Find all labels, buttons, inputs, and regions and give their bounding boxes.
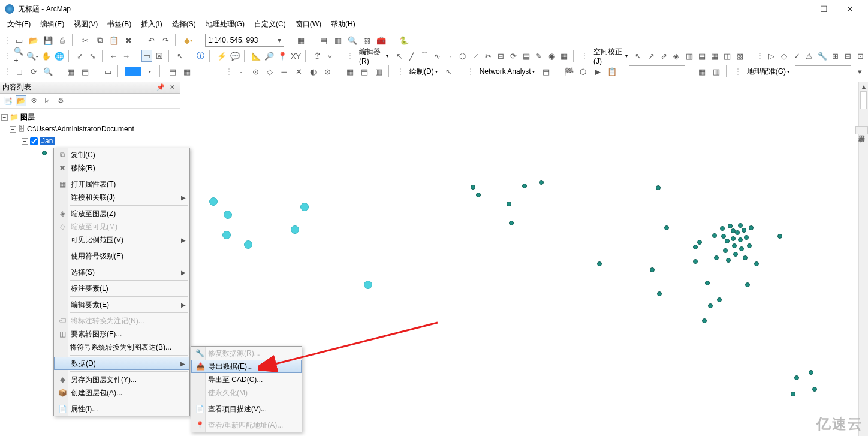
fill-color-swatch[interactable]	[125, 67, 141, 76]
menu-use-symbol-levels[interactable]: 使用符号级别(E)	[54, 249, 189, 263]
edit-attributes-icon[interactable]: ▤	[521, 50, 531, 62]
edit-line-icon[interactable]: ╱	[407, 50, 417, 62]
edit-arc-icon[interactable]: ⌒	[420, 50, 430, 62]
list-by-visibility-icon[interactable]: 👁	[29, 95, 40, 106]
na-identify-icon[interactable]: ▥	[710, 65, 722, 77]
editor-toolbar-icon[interactable]: ▦	[295, 34, 307, 46]
list-by-selection-icon[interactable]: ☑	[42, 95, 53, 106]
draw-ungroup-icon[interactable]: ▤	[79, 65, 91, 77]
edit-tool-icon[interactable]: ↖	[394, 50, 404, 62]
pin-icon[interactable]: 📌	[154, 83, 167, 91]
na-create-icon[interactable]: 🏁	[563, 65, 575, 77]
select-elements-icon[interactable]: ↖	[175, 50, 185, 62]
select-features-icon[interactable]: ▭	[141, 50, 152, 62]
edit-sketch-icon[interactable]: ✎	[534, 50, 544, 62]
georeferencing-dropdown[interactable]: 地理配准(G)▾	[744, 65, 792, 78]
tree-row-layer[interactable]: − Jan	[1, 135, 179, 147]
menu-properties[interactable]: 📄属性(I)...	[54, 402, 189, 416]
clear-selection-icon[interactable]: ☒	[155, 50, 165, 62]
search-window-icon[interactable]: 🔍	[346, 34, 358, 46]
topo-split-icon[interactable]: ⊡	[855, 50, 866, 62]
back-extent-icon[interactable]: ←	[108, 50, 119, 62]
na-window-icon[interactable]: ▤	[540, 65, 552, 77]
snap-tangent-icon[interactable]: ⊘	[321, 65, 333, 77]
adj-preview-icon[interactable]: ▧	[735, 50, 745, 62]
list-by-source-icon[interactable]: 📂	[16, 95, 26, 106]
cut-icon[interactable]: ✂	[79, 34, 91, 46]
edit-rotate-icon[interactable]: ⟳	[508, 50, 519, 62]
time-slider-icon[interactable]: ⏱	[312, 50, 322, 62]
zoom-out-icon[interactable]: 🔍-	[26, 50, 38, 62]
menu-help[interactable]: 帮助(H)	[326, 18, 360, 31]
toolbar-grip-icon[interactable]: ⋮	[2, 67, 11, 76]
menu-data[interactable]: 数据(D)▶	[54, 357, 189, 370]
toolbar-grip-icon[interactable]: ⋮	[345, 52, 354, 60]
snap-intersect-icon[interactable]: ✕	[293, 65, 305, 77]
edit-snap-icon[interactable]: ◉	[547, 50, 557, 62]
menu-file[interactable]: 文件(F)	[2, 18, 35, 31]
close-panel-icon[interactable]: ✕	[167, 83, 177, 91]
add-data-icon[interactable]: ◆▾	[182, 34, 194, 46]
copy-icon[interactable]: ⧉	[94, 34, 106, 46]
georef-layer-input[interactable]	[795, 65, 851, 77]
catalog-tab-collapsed[interactable]: 目录表布局	[855, 126, 868, 134]
menu-copy[interactable]: ⧉复制(C)	[54, 148, 189, 161]
cogo-report-icon[interactable]: ▥	[373, 65, 385, 77]
print-icon[interactable]: ⎙	[56, 34, 68, 46]
draw-zoom-icon[interactable]: 🔍	[42, 65, 54, 77]
topo-select-icon[interactable]: ▷	[766, 50, 776, 62]
maximize-button[interactable]: ☐	[810, 0, 837, 18]
menu-window[interactable]: 窗口(W)	[291, 18, 326, 31]
drawing-dropdown[interactable]: 绘制(D)▾	[406, 65, 441, 78]
toolbox-icon[interactable]: 🧰	[375, 34, 387, 46]
map-scale-input[interactable]: 1:140, 545, 993 ▾	[205, 34, 284, 47]
na-solve-icon[interactable]: ▶	[592, 65, 604, 77]
hyperlink-icon[interactable]: ⚡	[216, 50, 227, 62]
pan-icon[interactable]: ✋	[41, 50, 52, 62]
topo-edit-icon[interactable]: ◇	[779, 50, 789, 62]
toolbar-grip-icon[interactable]: ⋮	[755, 52, 764, 60]
menu-edit[interactable]: 编辑(E)	[35, 18, 69, 31]
snap-end-icon[interactable]: ⊙	[249, 65, 261, 77]
edit-vertices-icon[interactable]: ⬡	[457, 50, 468, 62]
toolbar-grip-icon[interactable]: ⋮	[396, 67, 404, 76]
go-to-xy-icon[interactable]: XY	[290, 50, 302, 62]
network-analyst-dropdown[interactable]: Network Analyst▾	[477, 65, 538, 78]
cogo-traverse-icon[interactable]: ▤	[358, 65, 370, 77]
fixed-zoom-in-icon[interactable]: ⤢	[75, 50, 85, 62]
submenu-export-to-cad[interactable]: 导出至 CAD(C)...	[191, 373, 302, 386]
close-button[interactable]: ✕	[837, 0, 863, 18]
na-directions-icon[interactable]: 📋	[606, 65, 618, 77]
snap-vertex-icon[interactable]: ◇	[264, 65, 276, 77]
georef-dropdown-icon[interactable]: ▾	[854, 65, 866, 77]
draw-group-icon[interactable]: ▦	[65, 65, 77, 77]
draw-rotate-icon[interactable]: ⟳	[28, 65, 40, 77]
catalog-window-icon[interactable]: ▥	[332, 34, 344, 46]
editor-dropdown[interactable]: 编辑器(R)▾	[356, 49, 391, 62]
topo-reshape-icon[interactable]: ⊟	[843, 50, 853, 62]
na-layer-input[interactable]	[629, 65, 685, 77]
find-icon[interactable]: 🔎	[264, 50, 275, 62]
collapse-icon[interactable]: −	[22, 138, 28, 145]
delete-icon[interactable]: ✖	[122, 34, 134, 46]
color-dropdown-icon[interactable]: ▾	[144, 65, 156, 77]
topo-align-icon[interactable]: ⊞	[830, 50, 840, 62]
zoom-in-icon[interactable]: 🔍+	[13, 50, 24, 62]
adj-identity-icon[interactable]: ◈	[671, 50, 682, 62]
menu-view[interactable]: 视图(V)	[69, 18, 103, 31]
forward-extent-icon[interactable]: →	[121, 50, 131, 62]
scroll-thumb[interactable]	[860, 91, 867, 109]
submenu-view-item-description[interactable]: 📄查看项目描述(V)...	[191, 402, 302, 416]
menu-create-layer-package[interactable]: 📦创建图层包(A)...	[54, 386, 189, 399]
adj-link-icon[interactable]: ↗	[646, 50, 656, 62]
collapse-icon[interactable]: −	[1, 114, 8, 121]
menu-joins-relates[interactable]: 连接和关联(J)▶	[54, 191, 189, 204]
adj-multilink-icon[interactable]: ⇗	[659, 50, 669, 62]
menu-features-to-graphics[interactable]: ◫要素转图形(F)...	[54, 327, 189, 341]
minimize-button[interactable]: —	[784, 0, 810, 18]
python-window-icon[interactable]: 🐍	[398, 34, 410, 46]
toolbar-grip-icon[interactable]: ⋮	[224, 67, 233, 76]
edit-point-icon[interactable]: ·	[445, 50, 455, 62]
menu-bookmarks[interactable]: 书签(B)	[103, 18, 136, 31]
scroll-up-icon[interactable]: ▴	[859, 82, 868, 91]
